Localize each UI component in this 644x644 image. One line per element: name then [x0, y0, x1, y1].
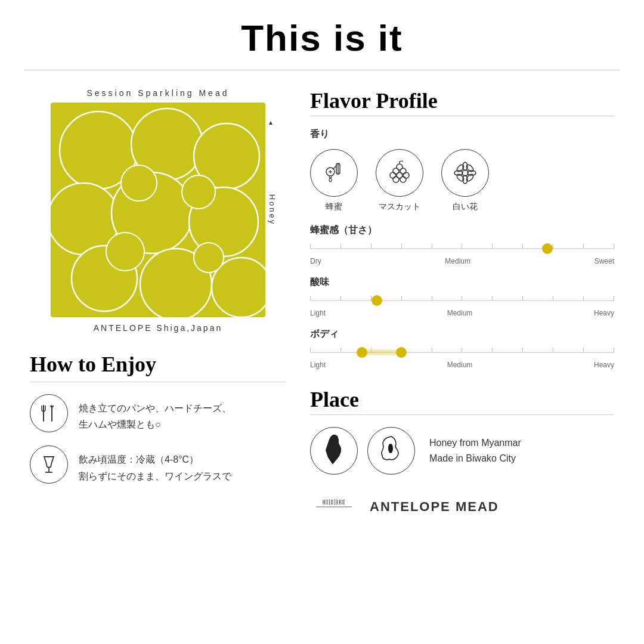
flower-icon	[451, 159, 479, 187]
aroma-item-honey: 蜂蜜	[310, 149, 358, 212]
aroma-section: 香り	[310, 128, 614, 212]
product-pattern-svg	[51, 103, 265, 317]
aroma-item-flower: 白い花	[441, 149, 489, 212]
left-column: Session Sparkling Mead This is it	[30, 88, 286, 525]
svg-point-34	[393, 177, 399, 182]
slider-acidity: 酸味	[310, 276, 614, 317]
slider-body-labels: Light Medium Heavy	[310, 361, 614, 369]
place-title: Place	[310, 387, 614, 412]
aroma-name-honey: 蜂蜜	[326, 202, 342, 212]
svg-point-43	[465, 163, 475, 173]
slider-sweetness-dot	[542, 243, 553, 254]
enjoy-temp-text: 飲み頃温度：冷蔵（4-8°C） 割らずにそのまま、ワイングラスで	[79, 445, 231, 484]
slider-body: ボディ	[310, 328, 614, 369]
aroma-circle-muscat	[376, 149, 423, 197]
svg-point-11	[106, 233, 144, 271]
right-column: Flavor Profile 香り	[310, 88, 614, 525]
slider-body-dot-left	[357, 347, 367, 358]
honey-icon	[320, 159, 348, 187]
side-label-right: Honey	[268, 194, 277, 226]
slider-acidity-labels: Light Medium Heavy	[310, 309, 614, 317]
product-image-container: Session Sparkling Mead This is it	[30, 88, 286, 333]
brand-logo: antelope antelope	[310, 489, 358, 525]
brand-row: antelope antelope ANTELOPE MEAD	[310, 489, 614, 525]
svg-point-42	[456, 163, 465, 173]
brand-name: ANTELOPE MEAD	[370, 499, 499, 515]
enjoy-food-text: 焼き立てのパンや、ハードチーズ、 生ハムや燻製とも○	[79, 394, 231, 432]
slider-body-track	[310, 346, 614, 358]
place-circle-japan	[367, 427, 415, 475]
svg-point-45	[465, 173, 475, 182]
food-icon-circle	[30, 394, 68, 432]
product-image	[51, 103, 265, 317]
flavor-profile-divider	[310, 116, 614, 116]
page-title: This is it	[0, 17, 644, 59]
svg-point-35	[400, 177, 406, 182]
enjoy-item-temperature: 飲み頃温度：冷蔵（4-8°C） 割らずにそのまま、ワイングラスで	[30, 445, 286, 484]
how-to-enjoy-divider	[30, 382, 286, 382]
svg-point-33	[403, 172, 409, 178]
svg-point-46	[388, 444, 393, 453]
product-image-wrapper: This is it	[51, 103, 265, 317]
svg-point-12	[194, 243, 224, 273]
slider-body-dot-right	[396, 347, 407, 358]
svg-point-9	[121, 165, 157, 201]
aroma-name-muscat: マスカット	[379, 202, 420, 212]
slider-sweetness-labels: Dry Medium Sweet	[310, 257, 614, 265]
place-section: Place	[310, 387, 614, 525]
arrow-right: ▲	[268, 119, 274, 126]
slider-sweetness-label: 蜂蜜感（甘さ）	[310, 224, 614, 237]
main-content: Session Sparkling Mead This is it	[0, 70, 644, 537]
how-to-enjoy-title: How to Enjoy	[30, 352, 286, 377]
header: This is it	[0, 0, 644, 70]
slider-sweetness-track	[310, 243, 614, 255]
flavor-profile-section: Flavor Profile 香り	[310, 88, 614, 369]
fork-knife-icon	[39, 403, 59, 423]
product-footer: ANTELOPE Shiga,Japan	[94, 323, 222, 333]
place-circle-myanmar	[310, 427, 358, 475]
place-icons-row: Honey from Myanmar Made in Biwako City	[310, 427, 614, 475]
slider-acidity-track	[310, 295, 614, 306]
aroma-circle-flower	[441, 149, 489, 197]
svg-text:antelope: antelope	[323, 501, 346, 506]
flavor-profile-title: Flavor Profile	[310, 88, 614, 113]
aroma-circle-honey	[310, 149, 358, 197]
product-subtitle: Session Sparkling Mead	[87, 88, 230, 98]
slider-body-label: ボディ	[310, 328, 614, 340]
grape-icon	[385, 159, 414, 187]
slider-acidity-label: 酸味	[310, 276, 614, 289]
antelope-logo-icon: antelope antelope	[310, 489, 358, 525]
wine-icon-circle	[30, 445, 68, 484]
aroma-icons-row: 蜂蜜	[310, 149, 614, 212]
svg-point-31	[390, 172, 396, 178]
myanmar-map-icon	[316, 430, 352, 472]
svg-point-44	[456, 173, 465, 182]
aroma-label: 香り	[310, 128, 614, 141]
aroma-item-muscat: マスカット	[376, 149, 423, 212]
slider-acidity-dot	[371, 295, 382, 306]
aroma-name-flower: 白い花	[453, 202, 478, 212]
slider-sweetness: 蜂蜜感（甘さ）	[310, 224, 614, 265]
place-divider	[310, 414, 614, 415]
japan-map-icon	[370, 432, 412, 470]
svg-point-27	[329, 178, 332, 182]
place-description: Honey from Myanmar Made in Biwako City	[429, 435, 521, 466]
enjoy-item-food: 焼き立てのパンや、ハードチーズ、 生ハムや燻製とも○	[30, 394, 286, 432]
svg-point-10	[182, 175, 215, 209]
wine-glass-icon	[39, 454, 58, 475]
how-to-enjoy-section: How to Enjoy	[30, 352, 286, 484]
